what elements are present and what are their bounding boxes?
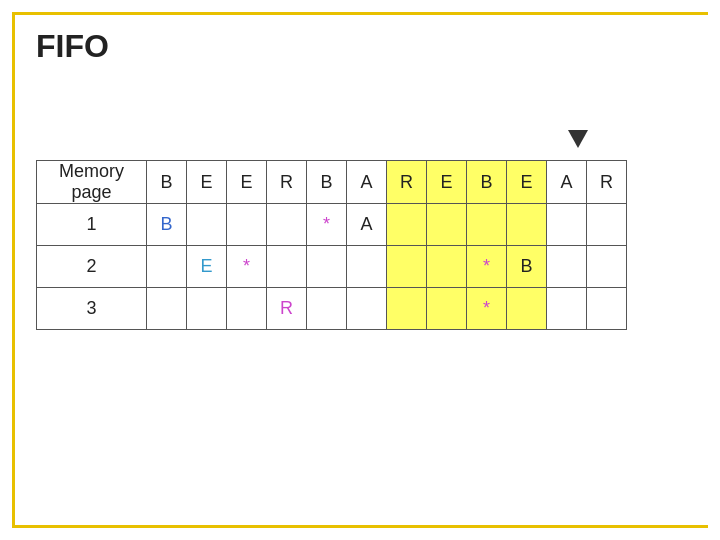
arrow-down-icon xyxy=(568,130,588,148)
header-col-3: R xyxy=(267,161,307,204)
header-col-4: B xyxy=(307,161,347,204)
header-col-5: A xyxy=(347,161,387,204)
row2-col4 xyxy=(307,246,347,288)
table-row-3: 3 R * xyxy=(37,288,627,330)
row3-col0 xyxy=(147,288,187,330)
header-col-2: E xyxy=(227,161,267,204)
header-col-0: B xyxy=(147,161,187,204)
fifo-table-container: Memory page B E E R B A R E B E A R xyxy=(36,160,627,330)
row1-col2 xyxy=(227,204,267,246)
row1-col7 xyxy=(427,204,467,246)
row1-col8 xyxy=(467,204,507,246)
row1-col5: A xyxy=(347,204,387,246)
row1-col9 xyxy=(507,204,547,246)
row2-col3 xyxy=(267,246,307,288)
row2-col5 xyxy=(347,246,387,288)
row1-col1 xyxy=(187,204,227,246)
row3-col7 xyxy=(427,288,467,330)
row1-label: 1 xyxy=(37,204,147,246)
row2-label: 2 xyxy=(37,246,147,288)
header-col-6: R xyxy=(387,161,427,204)
row1-col10 xyxy=(547,204,587,246)
border-left xyxy=(12,12,15,528)
border-bottom xyxy=(12,525,708,528)
table-header-row: Memory page B E E R B A R E B E A R xyxy=(37,161,627,204)
header-label: Memory page xyxy=(37,161,147,204)
row2-col0 xyxy=(147,246,187,288)
fifo-table: Memory page B E E R B A R E B E A R xyxy=(36,160,627,330)
row2-col7 xyxy=(427,246,467,288)
row2-col2: * xyxy=(227,246,267,288)
row2-col9: B xyxy=(507,246,547,288)
row2-col10 xyxy=(547,246,587,288)
row3-col1 xyxy=(187,288,227,330)
row3-col11 xyxy=(587,288,627,330)
page-title: FIFO xyxy=(36,28,109,65)
row1-col11 xyxy=(587,204,627,246)
row3-col10 xyxy=(547,288,587,330)
row1-col3 xyxy=(267,204,307,246)
row1-col0: B xyxy=(147,204,187,246)
header-col-8: B xyxy=(467,161,507,204)
row3-col6 xyxy=(387,288,427,330)
row1-col6 xyxy=(387,204,427,246)
row3-col3: R xyxy=(267,288,307,330)
header-col-11: R xyxy=(587,161,627,204)
row3-col9 xyxy=(507,288,547,330)
header-col-9: E xyxy=(507,161,547,204)
row2-col6 xyxy=(387,246,427,288)
row3-col8: * xyxy=(467,288,507,330)
row3-col2 xyxy=(227,288,267,330)
header-col-1: E xyxy=(187,161,227,204)
header-col-7: E xyxy=(427,161,467,204)
border-top xyxy=(12,12,708,15)
table-row-2: 2 E * * B xyxy=(37,246,627,288)
row2-col8: * xyxy=(467,246,507,288)
row3-label: 3 xyxy=(37,288,147,330)
row2-col1: E xyxy=(187,246,227,288)
row3-col5 xyxy=(347,288,387,330)
row1-col4: * xyxy=(307,204,347,246)
row3-col4 xyxy=(307,288,347,330)
row2-col11 xyxy=(587,246,627,288)
table-row-1: 1 B * A xyxy=(37,204,627,246)
header-col-10: A xyxy=(547,161,587,204)
